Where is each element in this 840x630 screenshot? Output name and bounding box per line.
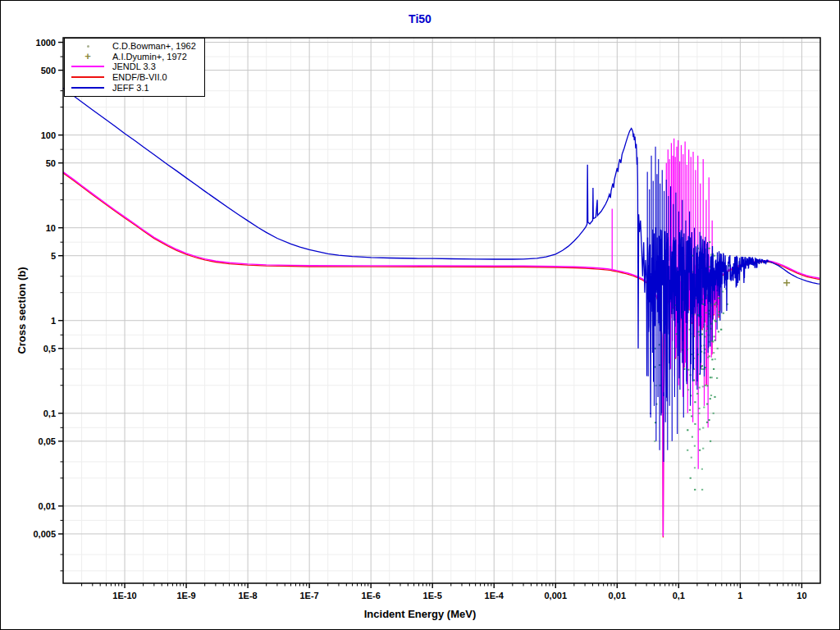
legend-label: C.D.Bowman+, 1962 xyxy=(112,41,196,51)
line-marker-icon xyxy=(70,76,106,78)
series-jendl-33 xyxy=(63,139,819,536)
y-tick-label: 0,01 xyxy=(39,501,56,511)
legend-label: JEFF 3.1 xyxy=(112,83,149,93)
y-tick-label: 50 xyxy=(46,158,56,168)
x-tick-label: 1E-7 xyxy=(300,591,319,600)
y-tick-label: 0,05 xyxy=(39,436,56,446)
y-tick-label: 0,5 xyxy=(43,344,56,354)
y-tick-label: 10 xyxy=(46,223,56,233)
plot-window: Ti50 Cross section (b) Incident Energy (… xyxy=(0,0,840,630)
y-tick-label: 1000 xyxy=(36,38,56,48)
y-tick-label: 0,005 xyxy=(33,529,56,539)
legend-entry-jeff[interactable]: JEFF 3.1 xyxy=(70,82,196,93)
legend-label: JENDL 3.3 xyxy=(112,62,156,71)
legend-entry-jendl[interactable]: JENDL 3.3 xyxy=(70,62,196,72)
series-dyumin-1972 xyxy=(783,280,790,286)
legend-label: ENDF/B-VII.0 xyxy=(112,72,167,82)
x-tick-label: 1 xyxy=(737,591,742,600)
x-tick-label: 1E-4 xyxy=(485,591,504,600)
legend-label: A.I.Dyumin+, 1972 xyxy=(112,52,187,62)
x-tick-label: 1E-10 xyxy=(112,591,136,600)
legend-box: C.D.Bowman+, 1962 + A.I.Dyumin+, 1972 JE… xyxy=(64,38,205,97)
y-tick-label: 1 xyxy=(51,316,56,326)
x-tick-label: 1E-8 xyxy=(238,591,257,600)
y-tick-label: 100 xyxy=(41,130,56,140)
x-tick-label: 0,1 xyxy=(673,591,685,600)
y-tick-label: 5 xyxy=(51,251,56,261)
x-tick-label: 0,01 xyxy=(609,591,626,600)
dot-marker-icon xyxy=(70,45,106,48)
x-tick-label: 10 xyxy=(797,591,806,600)
x-tick-label: 1E-6 xyxy=(362,591,381,600)
x-tick-label: 1E-9 xyxy=(176,591,195,600)
series-jeff-31 xyxy=(63,89,819,462)
legend-entry-dyumin[interactable]: + A.I.Dyumin+, 1972 xyxy=(70,52,196,62)
x-tick-label: 0,001 xyxy=(545,591,568,600)
legend-entry-endf[interactable]: ENDF/B-VII.0 xyxy=(70,72,196,83)
x-tick-label: 1E-5 xyxy=(423,591,442,600)
plus-marker-icon: + xyxy=(70,52,106,61)
line-marker-icon xyxy=(70,87,106,89)
line-marker-icon xyxy=(70,66,106,67)
y-tick-label: 500 xyxy=(41,66,56,75)
y-tick-label: 0,1 xyxy=(43,409,56,418)
